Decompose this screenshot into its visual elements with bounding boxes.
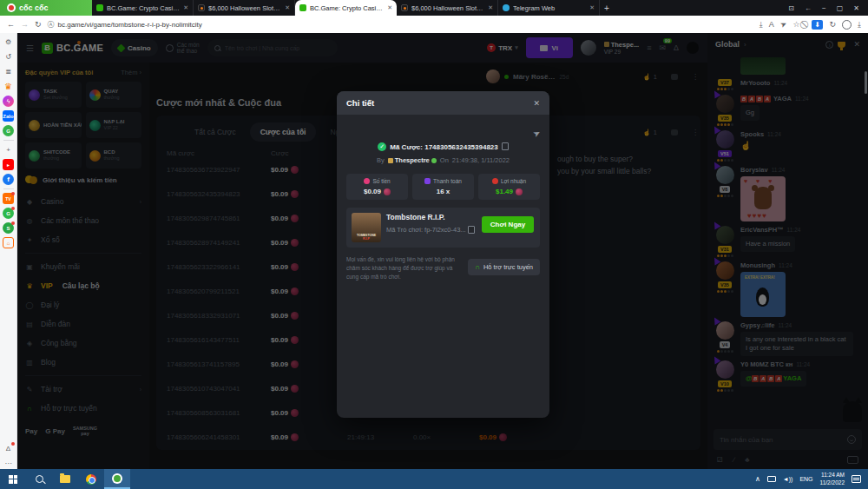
tab-close-icon[interactable]: ✕ [589, 4, 595, 11]
cart-icon[interactable]: ⌂ [3, 237, 14, 248]
tv-app-icon[interactable]: TV [3, 193, 14, 204]
share-icon[interactable]: ➤ [779, 19, 788, 30]
token-icon [384, 188, 391, 195]
rewards-icon[interactable]: G [3, 208, 14, 219]
facebook-icon[interactable]: f [3, 174, 14, 185]
tab-promo-2[interactable]: $6,000 Halloween Slot Battle ✕ [397, 0, 498, 16]
game-thumbnail[interactable]: TOMBSTONE R.I.P [352, 213, 381, 242]
window-controls: ⊡ ← − ▢ ✕ [779, 0, 868, 16]
tab-telegram[interactable]: Telegram Web ✕ [498, 0, 600, 16]
translate-icon[interactable]: A [769, 20, 774, 29]
tab-close-icon[interactable]: ✕ [488, 4, 493, 11]
sync-icon[interactable]: ↻ [829, 20, 836, 29]
promo-favicon [198, 4, 205, 11]
cast-icon[interactable]: ⊡ [788, 4, 794, 12]
volume-icon[interactable]: ◄)) [783, 476, 793, 482]
reload-icon[interactable]: ↻ [35, 20, 42, 29]
settings-gear-icon[interactable]: ⚙ [3, 36, 14, 48]
profile-icon[interactable] [842, 20, 852, 30]
add-shortcut-icon[interactable]: + [3, 144, 14, 155]
tab-title: BC.Game: Crypto Casino Gan [310, 4, 384, 12]
tab-title: BC.Game: Crypto Casino Gam [107, 4, 180, 12]
copy-icon[interactable] [503, 144, 509, 150]
stat-amount: Số tiền $0.09 [346, 174, 408, 200]
bettor-name[interactable]: Thespectre [388, 156, 437, 164]
tab-bcgame-1[interactable]: BC.Game: Crypto Casino Gam ✕ [92, 0, 194, 16]
bookmark-star-icon[interactable]: ☆ [792, 20, 799, 29]
play-now-button[interactable]: Chơi Ngay [482, 216, 534, 233]
coccoc-brand[interactable]: cốc cốc [0, 0, 92, 16]
hot-crown-icon[interactable]: ♛ [3, 81, 14, 92]
history-icon[interactable]: ↺ [3, 51, 14, 63]
help-text: Mọi vấn đề, xin vui lòng liên hệ với bộ … [346, 255, 461, 281]
tray-expand-icon[interactable]: ∧ [755, 475, 760, 483]
tab-promo-1[interactable]: $6,000 Halloween Slot Battle ✕ [194, 0, 295, 16]
copy-icon[interactable] [470, 228, 475, 234]
action-center-icon[interactable] [852, 475, 861, 483]
language-indicator[interactable]: ENG [799, 476, 812, 482]
messenger-icon[interactable]: ϟ [3, 96, 14, 107]
downloads-icon[interactable]: ⤓ [858, 20, 861, 30]
tab-title: $6,000 Halloween Slot Battle [208, 4, 281, 12]
download-button[interactable]: ⬇ [812, 20, 823, 30]
live-support-button[interactable]: ∩ Hỗ trợ trực tuyến [468, 259, 540, 275]
tab-title: Telegram Web [513, 4, 586, 12]
tab-close-icon[interactable]: ✕ [183, 4, 188, 11]
game-id: Mã Trò chơi: fp-7l2xc0-43... [386, 226, 475, 235]
bet-datetime: 21:49:38, 1/11/2022 [452, 156, 510, 164]
game-name: Tombstone R.I.P. [386, 213, 475, 223]
zalo-icon[interactable]: Zalo [3, 110, 14, 122]
maximize-button[interactable]: ▢ [837, 4, 844, 12]
bcgame-favicon [299, 4, 306, 11]
brand-label: cốc cốc [19, 3, 49, 12]
modal-body: ➤ ✓ Mã Cược: 1748305632435394823 By Thes… [337, 115, 549, 286]
tab-title: $6,000 Halloween Slot Battle [411, 4, 484, 12]
start-button[interactable] [0, 469, 26, 489]
coccoc-taskbar-icon[interactable] [104, 469, 130, 489]
stat-profit: Lợi nhuận $1.49 [478, 174, 540, 200]
browser-tabstrip: cốc cốc BC.Game: Crypto Casino Gam ✕ $6,… [0, 0, 868, 16]
network-icon[interactable] [767, 476, 776, 482]
forward-icon[interactable]: → [21, 20, 29, 29]
reading-list-icon[interactable]: ≣ [3, 66, 14, 77]
coccoc-sidebar: ⚙ ↺ ≣ ♛ ϟ Zalo G + ▸ f TV G S ⌂ Δ ⋯ [0, 33, 17, 469]
site-info-icon[interactable]: Ⓐ [48, 20, 55, 30]
divider [3, 188, 14, 189]
taskbar-search-icon[interactable] [26, 469, 52, 489]
bet-id-line: ✓ Mã Cược: 1748305632435394823 [346, 142, 540, 151]
share-icon[interactable]: ➤ [531, 128, 542, 140]
promo-favicon [401, 4, 408, 11]
frog-emoji-icon [431, 158, 437, 163]
modal-header: Chi tiết ✕ [337, 91, 549, 115]
minimize-button[interactable]: − [822, 4, 826, 12]
file-explorer-icon[interactable] [52, 469, 78, 489]
verified-check-icon: ✓ [378, 142, 386, 151]
modal-close-icon[interactable]: ✕ [533, 99, 540, 108]
tab-close-icon[interactable]: ✕ [285, 4, 290, 11]
restore-down-icon[interactable]: ← [805, 4, 812, 12]
url-bar[interactable]: Ⓐ bc.game/vi/game/tombstone-r-i-p-by-nol… [48, 20, 753, 30]
chrome-icon[interactable] [78, 469, 104, 489]
coccoc-logo-icon [7, 3, 16, 12]
payout-icon [424, 178, 431, 184]
screen: cốc cốc BC.Game: Crypto Casino Gam ✕ $6,… [0, 0, 868, 489]
notification-bell-icon[interactable]: Δ [3, 443, 14, 454]
games-icon[interactable]: G [3, 125, 14, 136]
game-card: TOMBSTONE R.I.P Tombstone R.I.P. Mã Trò … [346, 208, 540, 248]
amount-icon [364, 178, 370, 184]
vip-lock-icon [388, 158, 393, 163]
windows-taskbar: ∧ ◄)) ENG 11:24 AM 11/2/2022 [0, 469, 868, 489]
clock[interactable]: 11:24 AM 11/2/2022 [820, 472, 845, 486]
new-tab-button[interactable]: + [600, 0, 614, 16]
youtube-icon[interactable]: ▸ [3, 159, 14, 170]
telegram-favicon [503, 4, 510, 11]
shop-icon[interactable]: S [3, 222, 14, 234]
url-text: bc.game/vi/game/tombstone-r-i-p-by-nolim… [58, 21, 202, 29]
close-button[interactable]: ✕ [853, 4, 859, 12]
tab-close-icon[interactable]: ✕ [387, 4, 392, 11]
more-options-icon[interactable]: ⋯ [3, 458, 14, 469]
download-tray-icon[interactable]: ⤓ [760, 20, 763, 30]
token-icon [516, 188, 523, 195]
back-icon[interactable]: ← [7, 20, 15, 29]
tab-bcgame-2-active[interactable]: BC.Game: Crypto Casino Gan ✕ [295, 0, 397, 16]
